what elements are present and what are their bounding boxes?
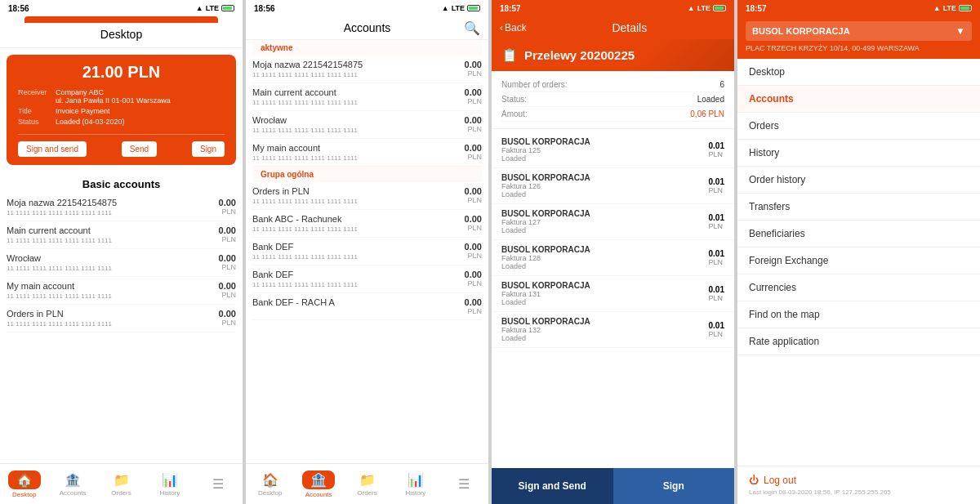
back-button[interactable]: ‹ Back — [500, 22, 527, 33]
nav-history-label-2: History — [405, 489, 425, 497]
menu-item-beneficiaries[interactable]: Beneficiaries — [737, 221, 980, 248]
home-icon-2: 🏠 — [262, 472, 278, 488]
accounts-grouped-list: aktywne Moja nazwa 22154215487511 1111 1… — [246, 40, 488, 463]
dropdown-arrow-icon: ▼ — [956, 25, 965, 37]
nav-orders-label-2: Orders — [357, 489, 376, 497]
sign-button[interactable]: Sign — [192, 141, 225, 157]
nav-history-label: History — [159, 489, 180, 497]
amount-value-d: 0,06 PLN — [690, 109, 724, 118]
nav-orders[interactable]: 📁 Orders — [97, 464, 145, 504]
list-item[interactable]: Bank DEF11 1111 1111 1111 1111 1111 1111… — [252, 238, 482, 265]
list-item[interactable]: Main current account11 1111 1111 1111 11… — [252, 83, 482, 111]
receiver-value: Company ABCul. Jana Pawła II 01-001 Wars… — [56, 88, 171, 105]
account-list-1: Moja nazwa 22154215487511 1111 1111 1111… — [0, 194, 243, 463]
power-icon: ⏻ — [749, 475, 759, 486]
lte-label-1: LTE — [206, 4, 219, 12]
logout-button[interactable]: ⏻ Log out — [749, 475, 969, 486]
list-item[interactable]: My main account11 1111 1111 1111 1111 11… — [7, 277, 236, 305]
menu-item-label: Find on the map — [749, 309, 820, 320]
list-item[interactable]: Wrocław11 1111 1111 1111 1111 1111 1111 … — [252, 111, 482, 139]
account-address: PLAC TRZECH KRZYŻY 10/14, 00-499 WARSZAW… — [746, 44, 972, 52]
list-item[interactable]: BUSOL KORPORACJA Faktura 131 Loaded 0.01… — [492, 276, 734, 312]
bottom-nav-2: 🏠 Desktop 🏦 Accounts 📁 Orders 📊 History … — [246, 463, 488, 504]
back-chevron-icon: ‹ — [500, 22, 503, 33]
list-item[interactable]: BUSOL KORPORACJA Faktura 128 Loaded 0.01… — [492, 240, 734, 276]
list-item[interactable]: Bank ABC - Rachunek11 1111 1111 1111 111… — [252, 210, 482, 238]
time-3: 18:57 — [500, 4, 521, 13]
status-icons-1: ▲ LTE — [196, 4, 234, 12]
signal-icon-1: ▲ — [196, 4, 203, 12]
history-icon: 📊 — [162, 472, 178, 488]
account-selector-section: BUSOL KORPORACJA ▼ PLAC TRZECH KRZYŻY 10… — [737, 16, 980, 59]
menu-item-orders[interactable]: Orders — [737, 113, 980, 140]
battery-icon-4 — [959, 5, 972, 11]
details-header: ‹ Back Details — [492, 16, 734, 39]
nav-menu-2[interactable]: ☰ — [440, 464, 488, 504]
menu-item-accounts[interactable]: Accounts — [737, 86, 980, 113]
desktop-title: Desktop — [100, 28, 142, 41]
nav-desktop-label: Desktop — [12, 491, 36, 498]
menu-item-currencies[interactable]: Currencies — [737, 274, 980, 301]
list-item[interactable]: BUSOL KORPORACJA Faktura 127 Loaded 0.01… — [492, 204, 734, 240]
menu-item-order-history[interactable]: Order history — [737, 167, 980, 194]
title-row: Title Invoice Payment — [18, 107, 225, 115]
list-item[interactable]: Wrocław11 1111 1111 1111 1111 1111 1111 … — [7, 249, 236, 277]
nav-history[interactable]: 📊 History — [145, 464, 194, 504]
nav-accounts-2[interactable]: 🏦 Accounts — [294, 464, 342, 504]
list-item[interactable]: Bank DEF11 1111 1111 1111 1111 1111 1111… — [252, 265, 482, 293]
list-item[interactable]: BUSOL KORPORACJA Faktura 132 Loaded 0.01… — [492, 312, 734, 348]
search-icon[interactable]: 🔍 — [464, 20, 480, 36]
sign-button-3[interactable]: Sign — [613, 468, 735, 504]
menu-item-find-on-map[interactable]: Find on the map — [737, 301, 980, 328]
battery-icon-1 — [221, 5, 234, 11]
list-item[interactable]: Main current account11 1111 1111 1111 11… — [7, 221, 236, 249]
menu-item-label: Foreign Exchange — [749, 255, 828, 266]
status-label-d: Status: — [501, 95, 527, 104]
details-title: Details — [533, 21, 726, 34]
account-selector[interactable]: BUSOL KORPORACJA ▼ — [746, 21, 972, 41]
menu-item-label: Orders — [749, 120, 779, 132]
title-value: Invoice Payment — [56, 107, 110, 115]
nav-menu[interactable]: ☰ — [194, 464, 243, 504]
battery-icon-3 — [713, 5, 726, 11]
list-item[interactable]: Bank DEF - RACH A 0.00PLN — [252, 293, 482, 320]
list-item[interactable]: BUSOL KORPORACJA Faktura 126 Loaded 0.01… — [492, 168, 734, 204]
sign-send-button-3[interactable]: Sign and Send — [492, 468, 613, 504]
battery-icon-2 — [467, 5, 480, 11]
menu-item-label: Accounts — [749, 93, 794, 105]
nav-accounts[interactable]: 🏦 Accounts — [48, 464, 96, 504]
screens-container: 18:56 ▲ LTE Desktop 21.00 PLN Receiver C… — [0, 0, 980, 504]
nav-desktop-2[interactable]: 🏠 Desktop — [246, 464, 294, 504]
group-ogolna: Grupa ogólna — [252, 167, 482, 182]
menu-item-rate-application[interactable]: Rate application — [737, 328, 980, 355]
list-item[interactable]: Orders in PLN11 1111 1111 1111 1111 1111… — [7, 305, 236, 332]
nav-desktop[interactable]: 🏠 Desktop — [0, 464, 48, 504]
signal-icon-4: ▲ — [933, 4, 941, 12]
title-label: Title — [18, 107, 51, 115]
nav-accounts-label-2: Accounts — [305, 491, 332, 498]
status-row: Status Loaded (04-03-2020) — [18, 118, 225, 126]
status-bar-2: 18:56 ▲ LTE — [246, 0, 488, 16]
list-item[interactable]: Orders in PLN11 1111 1111 1111 1111 1111… — [252, 182, 482, 210]
list-item[interactable]: Moja nazwa 22154215487511 1111 1111 1111… — [252, 56, 482, 83]
home-icon: 🏠 — [16, 473, 33, 487]
menu-item-desktop[interactable]: Desktop — [737, 59, 980, 86]
nav-history-2[interactable]: 📊 History — [391, 464, 439, 504]
card-actions: Sign and send Send Sign — [18, 134, 225, 157]
menu-item-label: Transfers — [749, 201, 790, 212]
menu-item-history[interactable]: History — [737, 140, 980, 167]
menu-item-label: Currencies — [749, 282, 796, 293]
list-item[interactable]: BUSOL KORPORACJA Faktura 125 Loaded 0.01… — [492, 132, 734, 168]
nav-orders-2[interactable]: 📁 Orders — [343, 464, 391, 504]
basic-accounts-title: Basic accounts — [0, 172, 243, 194]
list-item[interactable]: Moja nazwa 22154215487511 1111 1111 1111… — [7, 194, 236, 221]
send-button[interactable]: Send — [122, 141, 157, 157]
menu-item-foreign-exchange[interactable]: Foreign Exchange — [737, 248, 980, 274]
time-4: 18:57 — [746, 4, 767, 13]
sign-bar: Sign and Send Sign — [492, 468, 734, 504]
sign-send-button[interactable]: Sign and send — [18, 141, 87, 157]
menu-item-transfers[interactable]: Transfers — [737, 194, 980, 221]
orders-icon: 📁 — [114, 472, 130, 488]
details-info: Number of orders: 6 Status: Loaded Amout… — [492, 71, 734, 129]
list-item[interactable]: My main account11 1111 1111 1111 1111 11… — [252, 139, 482, 167]
